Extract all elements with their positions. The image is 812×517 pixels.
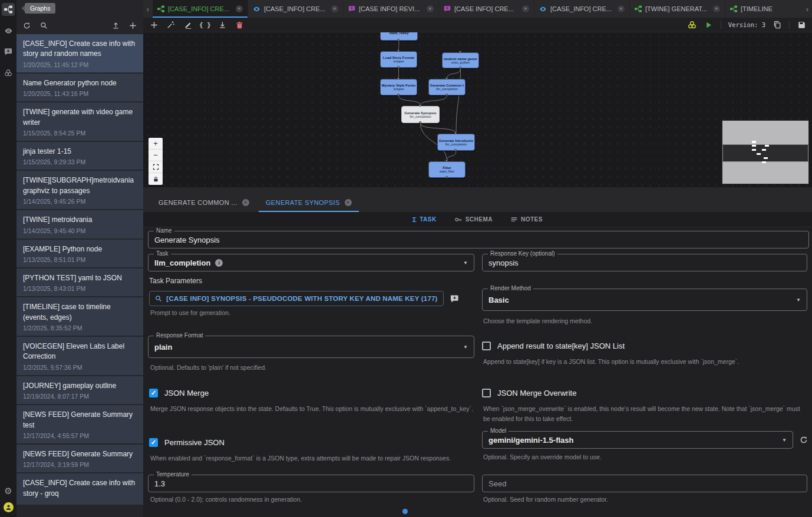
graph-list-item[interactable]: [CASE_INFO] Create case info with story … <box>16 473 143 505</box>
upload-icon[interactable] <box>111 21 120 30</box>
node-handle[interactable] <box>397 94 400 96</box>
fit-view-button[interactable] <box>148 161 163 173</box>
search-icon[interactable] <box>39 21 48 30</box>
append-to-key-checkbox[interactable]: Append result to state[key] JSON List <box>482 342 625 350</box>
graph-node[interactable]: Generate Introductionllm_completion <box>437 134 475 151</box>
node-handle[interactable] <box>445 94 448 96</box>
node-handle[interactable] <box>397 77 400 79</box>
name-field[interactable]: Name Generate Synopsis <box>148 231 809 248</box>
download-icon[interactable] <box>217 20 227 29</box>
eye-nav-icon[interactable] <box>2 24 15 37</box>
graph-list-item[interactable]: [TIMELINE] case to timeline (events, edg… <box>16 297 143 336</box>
node-handle[interactable] <box>445 160 448 162</box>
document-tab[interactable]: [TIMELINE <box>725 0 812 18</box>
graph-list-item[interactable]: [PYTHON TEST] yaml to JSON1/13/2025, 8:4… <box>16 269 143 296</box>
document-tab[interactable]: [CASE_INFO] CRE...✕ <box>153 0 248 18</box>
edit-pencil-icon[interactable] <box>183 20 193 29</box>
node-handle[interactable] <box>397 39 400 41</box>
save-icon[interactable] <box>797 20 806 29</box>
graph-list-item[interactable]: [NEWS FEED] Generate Summary12/17/2024, … <box>16 445 143 472</box>
close-icon[interactable]: ✕ <box>618 5 625 12</box>
graphviz-knot-icon[interactable] <box>688 20 697 29</box>
document-tab[interactable]: [CASE INFO] REVI...✕ <box>344 0 439 18</box>
node-handle[interactable] <box>419 121 421 124</box>
graph-node[interactable]: Mystery Style Format...snippet <box>380 79 417 95</box>
node-handle[interactable] <box>445 176 448 178</box>
document-tab[interactable]: [TWINE] GENERAT...✕ <box>630 0 725 18</box>
add-graph-icon[interactable] <box>128 21 137 30</box>
graph-list-item[interactable]: [TWINE] metroidvania1/14/2025, 9:45:40 P… <box>16 210 143 238</box>
graph-node[interactable]: Generate Synopsisllm_completion <box>401 106 440 123</box>
graph-list-item[interactable]: [CASE_INFO] Create case info with story … <box>16 34 143 72</box>
model-select[interactable]: Model gemini/gemini-1.5-flash ▼ <box>482 431 793 449</box>
node-handle[interactable] <box>397 49 400 52</box>
node-handle[interactable] <box>459 67 461 69</box>
info-icon[interactable]: i <box>215 259 223 267</box>
graph-node[interactable]: Filterstate_filter <box>428 161 466 178</box>
close-icon[interactable]: ✕ <box>345 199 352 206</box>
scrollbar-thumb[interactable] <box>402 509 408 514</box>
graph-list-item[interactable]: [TWINE] generate with video game writer1… <box>16 102 143 141</box>
node-handle[interactable] <box>419 104 421 107</box>
graph-list-item[interactable]: [JOURNEY] gameplay outline12/19/2024, 8:… <box>16 376 143 404</box>
close-icon[interactable]: ✕ <box>236 5 243 12</box>
zoom-in-button[interactable]: + <box>148 138 163 150</box>
prompt-select-button[interactable]: [CASE INFO] SYNOPSIS - PSEUDOCODE WITH S… <box>149 291 444 306</box>
document-tab[interactable]: [CASE_INFO] CRE...✕ <box>248 0 344 18</box>
graph-list-item[interactable]: [TWINE][SUBGRAPH]metroidvania graphviz t… <box>16 171 143 209</box>
graph-canvas[interactable]: state_rekeyLoad Story Formatsnippetrando… <box>143 32 812 187</box>
add-prompt-icon[interactable] <box>450 294 460 304</box>
graph-list-item[interactable]: jinja tester 1-151/15/2025, 9:29:33 PM <box>16 142 143 170</box>
node-tab[interactable]: GENERATE COMMON ...✕ <box>150 193 258 212</box>
node-handle[interactable] <box>459 51 461 53</box>
graph-node[interactable]: Generate Common Infollm_completion <box>428 79 466 95</box>
lock-button[interactable] <box>148 173 163 185</box>
settings-gear-icon[interactable]: ⚙ <box>4 486 12 495</box>
graphs-nav-icon[interactable] <box>2 3 15 16</box>
node-handle[interactable] <box>445 77 448 79</box>
tab-task[interactable]: Σ TASK <box>412 216 437 223</box>
graph-list-item[interactable]: [EXAMPLE] Python node1/13/2025, 8:51:01 … <box>16 240 143 267</box>
close-icon[interactable]: ✕ <box>242 199 249 206</box>
node-handle[interactable] <box>454 149 457 151</box>
node-handle[interactable] <box>454 132 457 134</box>
refresh-models-icon[interactable] <box>798 435 808 445</box>
close-icon[interactable]: ✕ <box>522 5 529 12</box>
graph-node[interactable]: Load Story Formatsnippet <box>380 51 417 68</box>
comment-add-nav-icon[interactable] <box>2 45 15 58</box>
delete-trash-icon[interactable] <box>235 20 244 29</box>
json-merge-checkbox[interactable]: ✓ JSON Merge <box>149 389 209 397</box>
permissive-json-checkbox[interactable]: ✓ Permissive JSON <box>149 438 225 447</box>
minimap[interactable] <box>722 121 808 184</box>
add-node-icon[interactable] <box>149 20 159 29</box>
json-braces-icon[interactable]: { } <box>200 20 210 29</box>
tabs-scroll-left-icon[interactable]: ‹ <box>143 0 153 18</box>
refresh-icon[interactable] <box>22 21 31 30</box>
response-format-select[interactable]: Response Format plain ▼ <box>148 336 474 358</box>
tab-schema[interactable]: SCHEMA <box>454 216 493 224</box>
json-merge-overwrite-checkbox[interactable]: JSON Merge Overwrite <box>482 389 576 397</box>
seed-field[interactable]: Seed <box>482 475 807 492</box>
document-tab[interactable]: [CASE_INFO] CRE...✕ <box>534 0 630 18</box>
graph-list-item[interactable]: [NEWS FEED] Generate Summary test12/17/2… <box>16 405 143 443</box>
run-play-icon[interactable] <box>704 20 714 29</box>
close-icon[interactable]: ✕ <box>713 5 720 12</box>
minimap-viewport[interactable] <box>722 144 808 162</box>
task-select[interactable]: Task llm_completion i ▼ <box>148 254 474 271</box>
graph-list-item[interactable]: Name Generator python node1/20/2025, 11:… <box>16 74 143 101</box>
tab-notes[interactable]: NOTES <box>510 216 543 223</box>
graph-node[interactable]: random name genera...exec_python <box>442 52 479 68</box>
render-method-select[interactable]: Render Method Basic ▼ <box>482 289 807 311</box>
response-key-field[interactable]: Response Key (optional) synopsis <box>482 254 807 271</box>
close-icon[interactable]: ✕ <box>331 5 338 12</box>
temperature-field[interactable]: Temperature 1.3 <box>148 475 474 492</box>
close-icon[interactable]: ✕ <box>427 5 434 12</box>
document-tab[interactable]: [CASE INFO] CRE...✕ <box>439 0 534 18</box>
tabs-scroll-right-icon[interactable]: › <box>803 0 812 18</box>
node-tab[interactable]: GENERATE SYNOPSIS✕ <box>258 193 360 212</box>
copy-icon[interactable] <box>773 20 782 29</box>
node-handle[interactable] <box>397 66 400 68</box>
account-avatar[interactable] <box>4 502 14 512</box>
knot-nav-icon[interactable] <box>2 67 15 79</box>
zoom-out-button[interactable]: − <box>148 150 163 161</box>
